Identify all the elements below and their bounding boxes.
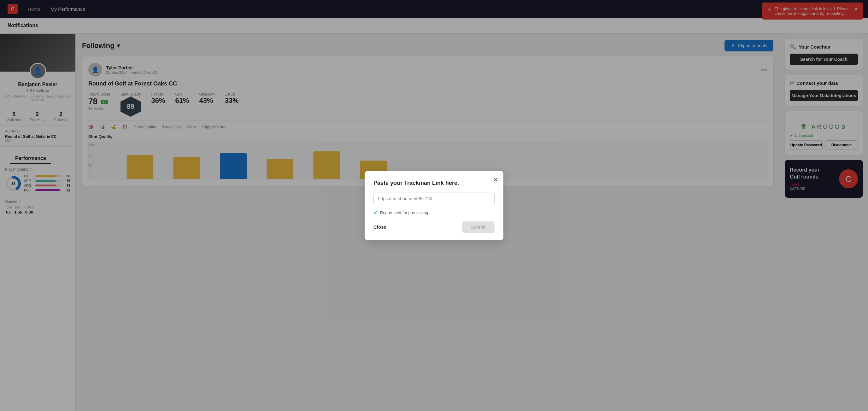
- modal-title: Paste your Trackman Link here.: [373, 180, 495, 186]
- modal-success-message: ✔ Report sent for processing: [373, 210, 495, 216]
- modal-actions: Close Submit: [373, 221, 495, 233]
- modal-close-button[interactable]: Close: [373, 224, 386, 230]
- trackman-modal: Paste your Trackman Link here. ✕ ✔ Repor…: [365, 171, 503, 240]
- modal-overlay: Paste your Trackman Link here. ✕ ✔ Repor…: [0, 0, 868, 411]
- modal-close-x-button[interactable]: ✕: [493, 176, 498, 184]
- success-check-icon: ✔: [373, 210, 377, 216]
- modal-submit-button[interactable]: Submit: [462, 221, 495, 233]
- trackman-link-input[interactable]: [373, 192, 495, 205]
